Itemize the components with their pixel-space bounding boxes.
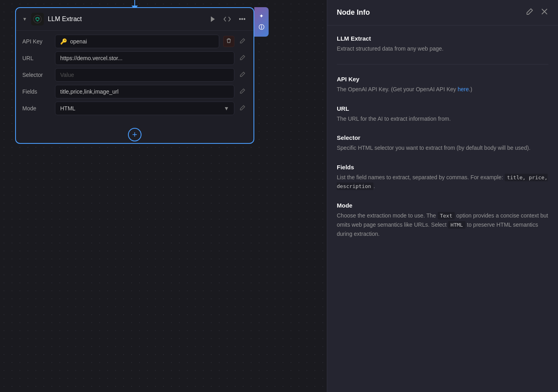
panel-content: LLM Extract Extract structured data from… bbox=[327, 25, 558, 259]
section-url-desc: The URL for the AI to extract informatio… bbox=[337, 114, 548, 123]
collapse-chevron[interactable]: ▼ bbox=[22, 16, 27, 22]
node-header-actions: ••• bbox=[208, 15, 247, 24]
url-edit-button[interactable] bbox=[238, 53, 247, 63]
more-button[interactable]: ••• bbox=[237, 15, 247, 24]
divider-1 bbox=[337, 64, 548, 65]
fields-code-example: title, price, description bbox=[337, 174, 548, 190]
panel-edit-button[interactable] bbox=[525, 7, 534, 18]
url-label: URL bbox=[22, 55, 51, 61]
key-icon: 🔑 bbox=[60, 38, 67, 45]
section-url: URL The URL for the AI to extract inform… bbox=[337, 105, 548, 123]
api-key-link[interactable]: here bbox=[458, 86, 469, 92]
node-title: LLM Extract bbox=[48, 16, 204, 23]
node-info-panel: Node Info LLM Extract Extract structured… bbox=[327, 0, 558, 392]
url-value: https://demo.vercel.stor... bbox=[60, 55, 229, 61]
panel-title: Node Info bbox=[337, 8, 370, 17]
api-key-edit-button[interactable] bbox=[238, 36, 247, 47]
field-row-selector: Selector Value bbox=[22, 68, 247, 82]
field-row-mode: Mode HTML ▼ bbox=[22, 102, 247, 115]
mode-text-code: Text bbox=[438, 212, 455, 220]
api-key-label: API Key bbox=[22, 38, 51, 45]
section-api-key: API Key The OpenAI API Key. (Get your Op… bbox=[337, 76, 548, 94]
field-row-fields: Fields title,price,link,image_url bbox=[22, 85, 247, 98]
add-field-button[interactable]: + bbox=[128, 128, 141, 141]
info-circle-icon: ⓘ bbox=[259, 24, 264, 31]
panel-header: Node Info bbox=[327, 0, 558, 25]
mode-chevron-icon: ▼ bbox=[224, 105, 229, 112]
section-mode-title: Mode bbox=[337, 202, 548, 209]
panel-close-button[interactable] bbox=[540, 8, 548, 18]
svg-point-1 bbox=[36, 18, 39, 20]
node-info-badge[interactable]: ✦ ⓘ bbox=[254, 7, 269, 37]
selector-input[interactable]: Value bbox=[55, 68, 234, 82]
section-mode: Mode Choose the extraction mode to use. … bbox=[337, 202, 548, 238]
node-icon bbox=[31, 13, 44, 25]
api-key-delete-button[interactable] bbox=[223, 36, 234, 47]
section-node-name: LLM Extract Extract structured data from… bbox=[337, 35, 548, 53]
api-key-input[interactable]: 🔑 openai bbox=[55, 35, 219, 48]
node-fields: API Key 🔑 openai URL bbox=[16, 31, 253, 125]
add-button-wrap: + bbox=[16, 125, 253, 143]
mode-select[interactable]: HTML ▼ bbox=[55, 102, 234, 115]
mode-value: HTML bbox=[60, 105, 220, 112]
section-api-key-title: API Key bbox=[337, 76, 548, 82]
selector-label: Selector bbox=[22, 72, 51, 78]
node-card: ▼ LLM Extract ••• bbox=[15, 7, 254, 144]
sparkle-icon: ✦ bbox=[259, 13, 264, 19]
fields-input[interactable]: title,price,link,image_url bbox=[55, 85, 234, 98]
panel-header-actions bbox=[525, 7, 548, 18]
section-fields: Fields List the field names to extract, … bbox=[337, 164, 548, 191]
run-button[interactable] bbox=[208, 15, 217, 23]
section-selector-title: Selector bbox=[337, 134, 548, 141]
section-fields-desc: List the field names to extract, separat… bbox=[337, 173, 548, 191]
node-header: ▼ LLM Extract ••• bbox=[16, 8, 253, 31]
mode-label: Mode bbox=[22, 105, 51, 112]
fields-value: title,price,link,image_url bbox=[60, 88, 229, 95]
section-selector: Selector Specific HTML selector you want… bbox=[337, 134, 548, 152]
selector-edit-button[interactable] bbox=[238, 70, 247, 80]
field-row-api-key: API Key 🔑 openai bbox=[22, 35, 247, 48]
mode-edit-button[interactable] bbox=[238, 103, 247, 114]
canvas: ▼ LLM Extract ••• bbox=[0, 0, 267, 392]
section-mode-desc: Choose the extraction mode to use. The T… bbox=[337, 211, 548, 238]
fields-edit-button[interactable] bbox=[238, 86, 247, 97]
url-input[interactable]: https://demo.vercel.stor... bbox=[55, 51, 234, 65]
fields-label: Fields bbox=[22, 88, 51, 95]
field-row-url: URL https://demo.vercel.stor... bbox=[22, 51, 247, 65]
section-api-key-desc: The OpenAI API Key. (Get your OpenAI API… bbox=[337, 85, 548, 94]
selector-placeholder: Value bbox=[60, 72, 229, 78]
api-key-value: openai bbox=[70, 38, 214, 45]
section-llm-extract-desc: Extract structured data from any web pag… bbox=[337, 44, 548, 53]
section-llm-extract-title: LLM Extract bbox=[337, 35, 548, 42]
section-url-title: URL bbox=[337, 105, 548, 112]
code-button[interactable] bbox=[222, 16, 232, 23]
section-selector-desc: Specific HTML selector you want to extra… bbox=[337, 143, 548, 152]
section-fields-title: Fields bbox=[337, 164, 548, 171]
mode-html-code: HTML bbox=[448, 221, 465, 229]
